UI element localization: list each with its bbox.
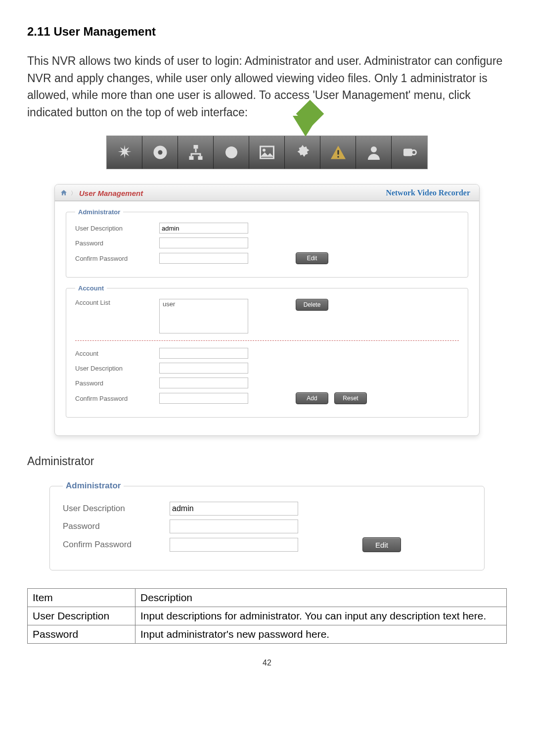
user-management-panel: 〉 User Management Network Video Recorder… [54,184,480,436]
legend-admin-detail: Administrator [63,481,124,491]
disc-icon [151,143,169,161]
gear-icon [294,143,312,161]
new-confirm-input[interactable] [159,393,248,404]
td-desc: Input administrator's new password here. [135,625,507,644]
edit-button[interactable]: Edit [296,252,328,264]
td-item: Password [28,625,135,644]
legend-administrator: Administrator [75,208,123,216]
svg-point-1 [158,150,162,155]
circle-icon [222,143,240,161]
new-password-input[interactable] [159,378,248,388]
panel-header: 〉 User Management Network Video Recorder [55,185,479,201]
section-heading: 2.11 User Management [27,25,507,39]
label-new-user-desc: User Description [75,365,159,372]
label-account-list: Account List [75,299,159,306]
svg-rect-9 [337,150,339,155]
home-icon[interactable] [60,189,68,197]
table-header-row: Item Description [28,589,507,607]
admin2-password-input[interactable] [170,520,298,533]
label-new-confirm: Confirm Password [75,395,159,402]
account-divider [75,340,459,341]
new-account-input[interactable] [159,348,248,359]
description-table: Item Description User Description Input … [27,588,507,644]
toolbar-btn-image[interactable] [249,136,285,169]
admin2-user-desc-input[interactable] [170,502,298,516]
table-row: User Description Input descriptions for … [28,607,507,625]
chevron-icon: 〉 [71,189,76,197]
label-admin-password: Password [75,239,159,247]
asterisk-icon [116,143,134,161]
account-list-item[interactable]: user [163,300,245,308]
admin-user-desc-input[interactable] [159,223,248,234]
camera-power-icon [400,143,418,161]
legend-account: Account [75,284,107,292]
admin-detail-box: Administrator User Description Password … [49,481,485,570]
intro-paragraph: This NVR allows two kinds of user to log… [27,52,507,121]
toolbar-illustration [27,136,507,169]
toolbar-btn-asterisk[interactable] [107,136,142,169]
toolbar-btn-power[interactable] [392,136,427,169]
table-row: Password Input administrator's new passw… [28,625,507,644]
fieldset-account: Account Account List user Delete Account… [66,284,468,418]
breadcrumb-title: User Management [79,189,143,197]
toolbar-btn-user[interactable] [356,136,392,169]
svg-rect-3 [189,156,193,160]
new-user-desc-input[interactable] [159,363,248,374]
label-new-password: Password [75,379,159,387]
label-admin-confirm: Confirm Password [75,255,159,262]
account-list[interactable]: user [159,299,248,333]
svg-point-7 [263,149,266,152]
label-admin2-confirm: Confirm Password [63,540,170,550]
td-item: User Description [28,607,135,625]
label-admin-user-desc: User Description [75,225,159,232]
alert-icon [329,143,347,161]
add-button[interactable]: Add [296,392,328,404]
svg-point-11 [371,146,377,152]
label-new-account: Account [75,350,159,357]
label-admin2-password: Password [63,521,170,531]
fieldset-admin-detail: Administrator User Description Password … [49,481,485,570]
reset-button[interactable]: Reset [334,392,367,404]
svg-rect-10 [337,156,339,158]
toolbar [106,136,428,169]
svg-rect-2 [193,145,198,149]
label-admin2-user-desc: User Description [63,504,170,514]
toolbar-btn-network[interactable] [178,136,214,169]
svg-point-5 [225,146,237,158]
fieldset-administrator: Administrator User Description Password … [66,208,468,278]
delete-button[interactable]: Delete [296,299,328,311]
toolbar-btn-disc[interactable] [142,136,178,169]
sub-heading-administrator: Administrator [27,455,507,468]
td-desc: Input descriptions for administrator. Yo… [135,607,507,625]
edit-button-2[interactable]: Edit [362,537,401,552]
page-number: 42 [27,659,507,667]
network-icon [187,143,205,161]
admin-confirm-input[interactable] [159,253,248,264]
th-item: Item [28,589,135,607]
toolbar-btn-alert[interactable] [320,136,356,169]
toolbar-btn-record[interactable] [214,136,249,169]
user-icon [365,143,383,161]
image-icon [258,143,276,161]
admin2-confirm-input[interactable] [170,538,298,552]
svg-rect-4 [198,156,202,160]
svg-point-13 [412,150,416,155]
admin-password-input[interactable] [159,237,248,248]
toolbar-btn-settings[interactable] [285,136,320,169]
th-desc: Description [135,589,507,607]
product-name: Network Video Recorder [386,189,470,197]
